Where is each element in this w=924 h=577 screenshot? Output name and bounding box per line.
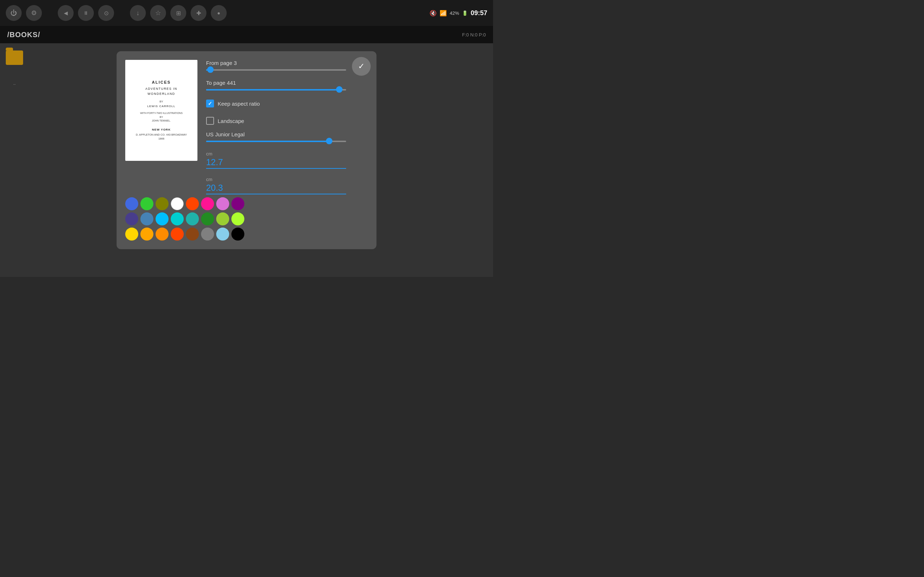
color-darkslate[interactable] [125,213,138,226]
file-info: F:0 N:0 P:0 [462,32,486,37]
checkmark-icon: ✓ [358,62,365,71]
color-orangered[interactable] [171,227,184,240]
landscape-checkbox[interactable] [206,117,214,125]
history-button[interactable]: ⊙ [98,5,114,21]
pause-button[interactable]: ⏸ [78,5,94,21]
export-icon: ✚ [196,10,201,16]
download-icon: ↓ [136,10,140,17]
color-darkorange[interactable] [155,227,168,240]
to-page-section: To page 441 [206,80,346,91]
from-page-label: From page 3 [206,60,346,66]
battery-icon: 🔋 [462,10,468,16]
color-gold[interactable] [125,227,138,240]
back-button[interactable]: ◀ [58,5,74,21]
color-row-1 [125,197,368,210]
paper-size-section: US Junior Legal [206,131,346,142]
book-by: BY [160,100,163,103]
status-bar: 🔇 📶 42% 🔋 09:57 [430,0,493,26]
color-skyblue[interactable] [216,227,229,240]
breadcrumb-bar: /BOOKS/ F:0 N:0 P:0 [0,26,493,43]
time-display: 09:57 [471,10,487,17]
history-icon: ⊙ [104,10,109,16]
book-preview: ALICES ADVENTURES IN WONDERLAND BY LEWIS… [125,60,197,161]
dialog: ✓ ALICES ADVENTURES IN WONDERLAND BY LEW… [116,51,376,249]
color-gray[interactable] [201,227,214,240]
color-steel[interactable] [141,213,153,226]
keep-aspect-ratio-label: Keep aspect ratio [218,101,260,107]
keep-aspect-ratio-checkbox[interactable]: ✓ [206,100,214,108]
book-desc: WITH FORTY-TWO ILLUSTRATIONS BY JOHN TEN… [140,111,183,123]
download-button[interactable]: ↓ [130,5,146,21]
paper-fill [206,141,329,142]
color-orchid[interactable] [216,197,229,210]
from-track [206,69,346,71]
star-icon: ☆ [155,9,161,17]
color-white[interactable] [171,197,184,210]
color-lightseagreen[interactable] [186,213,199,226]
color-palette [125,197,368,240]
to-page-label: To page 441 [206,80,346,86]
book-location: D. APPLETON AND CO. 443 BROADWAY 1866 [136,133,187,141]
dialog-controls: From page 3 To page 441 [206,60,368,194]
from-thumb[interactable] [207,66,214,73]
color-brown[interactable] [186,227,199,240]
to-page-slider[interactable] [206,89,346,91]
toolbar: ⏻ ⚙ ◀ ⏸ ⊙ ↓ ☆ ⊞ ✚ ● 🔇 📶 42% 🔋 09:57 [0,0,493,26]
color-pink[interactable] [201,197,214,210]
to-thumb[interactable] [336,86,342,93]
color-greenyellow[interactable] [231,213,244,226]
import-button[interactable]: ⊞ [170,5,186,21]
pause-icon: ⏸ [83,10,89,16]
landscape-label: Landscape [218,118,244,124]
height-value[interactable]: 20.3 [206,183,346,194]
book-title: ALICES [152,80,171,84]
book-author: LEWIS CARROLL [147,105,175,108]
height-unit: cm [206,177,346,182]
confirm-button[interactable]: ✓ [352,57,371,76]
wifi-icon: 📶 [439,10,447,16]
checkmark-icon: ✓ [208,101,212,106]
book-subtitle: ADVENTURES IN WONDERLAND [131,87,192,96]
paper-thumb[interactable] [326,138,333,144]
color-row-2 [125,213,368,226]
color-olive[interactable] [155,197,168,210]
keep-aspect-ratio-row: ✓ Keep aspect ratio [206,100,346,108]
color-blue[interactable] [125,197,138,210]
height-dimension: cm 20.3 [206,177,346,194]
paper-size-slider[interactable] [206,140,346,142]
width-value[interactable]: 12.7 [206,157,346,169]
battery-text: 42% [450,10,459,16]
color-black[interactable] [231,227,244,240]
color-row-3 [125,227,368,240]
color-red[interactable] [186,197,199,210]
star-button[interactable]: ☆ [150,5,166,21]
export-button[interactable]: ✚ [191,5,207,21]
paper-size-label: US Junior Legal [206,131,346,137]
import-icon: ⊞ [176,10,181,16]
folder-label: .. [13,81,16,86]
settings-button[interactable]: ⚙ [26,5,42,21]
power-button[interactable]: ⏻ [6,5,22,21]
breadcrumb: /BOOKS/ [7,31,40,39]
back-icon: ◀ [64,10,68,16]
book-publisher: NEW YORK [152,128,171,131]
more-button[interactable]: ● [211,5,227,21]
from-page-slider[interactable] [206,69,346,71]
mute-icon: 🔇 [430,10,437,16]
power-icon: ⏻ [10,10,17,17]
color-deepskyblue[interactable] [155,213,168,226]
width-dimension: cm 12.7 [206,151,346,169]
color-yellowgreen[interactable] [216,213,229,226]
folder-icon[interactable] [6,50,23,65]
gear-icon: ⚙ [31,9,37,17]
color-green[interactable] [141,197,153,210]
color-purple[interactable] [231,197,244,210]
width-unit: cm [206,151,346,156]
color-darkturquoise[interactable] [171,213,184,226]
color-forestgreen[interactable] [201,213,214,226]
dialog-body: ALICES ADVENTURES IN WONDERLAND BY LEWIS… [125,60,368,194]
to-fill [206,89,339,90]
from-page-section: From page 3 [206,60,346,71]
color-amber[interactable] [141,227,153,240]
more-icon: ● [217,10,220,16]
